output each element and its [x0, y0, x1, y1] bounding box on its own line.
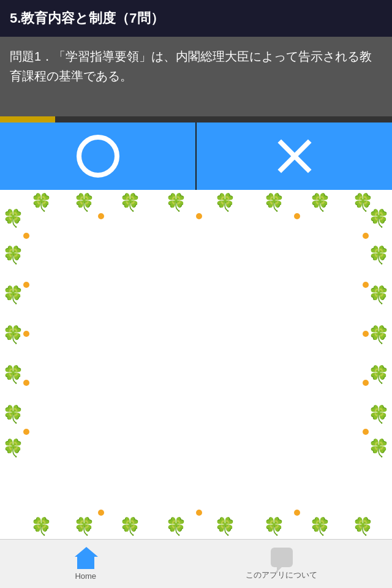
clover-bottom: 🍀 — [165, 516, 187, 537]
dot-left — [23, 380, 29, 386]
clover-right: 🍀 — [368, 325, 390, 345]
dot-right — [363, 429, 369, 435]
footer: Home このアプリについて — [0, 539, 392, 588]
clover-left: 🍀 — [2, 245, 24, 265]
clover-top: 🍀 — [309, 192, 331, 213]
clover-top: 🍀 — [263, 192, 285, 213]
home-nav[interactable]: Home — [75, 547, 97, 581]
dot-left — [23, 331, 29, 337]
clover-bottom: 🍀 — [352, 516, 374, 537]
dot-right — [363, 331, 369, 337]
wrong-button[interactable] — [197, 123, 392, 190]
clover-top: 🍀 — [352, 192, 374, 213]
dot-top — [98, 213, 104, 219]
dot-top — [196, 213, 202, 219]
progress-bar-fill — [0, 116, 55, 123]
clover-top: 🍀 — [165, 192, 187, 213]
clover-top: 🍀 — [31, 192, 52, 213]
clover-bottom: 🍀 — [263, 516, 285, 537]
dot-right — [363, 233, 369, 239]
dot-left — [23, 282, 29, 288]
main-content: 🍀🍀🍀🍀🍀🍀🍀🍀🍀🍀🍀🍀🍀🍀🍀🍀🍀🍀🍀🍀🍀🍀🍀🍀🍀🍀🍀🍀🍀🍀 — [0, 190, 392, 539]
dot-left — [23, 429, 29, 435]
clover-right: 🍀 — [368, 245, 390, 265]
clover-left: 🍀 — [2, 325, 24, 345]
answer-buttons — [0, 123, 392, 190]
question-area: 問題1．「学習指導要領」は、内閣総理大臣によって告示される教育課程の基準である。 — [0, 37, 392, 116]
correct-button[interactable] — [0, 123, 197, 190]
about-nav[interactable]: このアプリについて — [246, 548, 317, 581]
home-label: Home — [75, 571, 96, 581]
clover-bottom: 🍀 — [74, 516, 95, 537]
clover-right: 🍀 — [368, 404, 390, 424]
clover-left: 🍀 — [2, 364, 24, 385]
clover-bottom: 🍀 — [31, 516, 52, 537]
clover-top: 🍀 — [74, 192, 95, 213]
clover-left: 🍀 — [2, 285, 24, 305]
clover-bottom: 🍀 — [214, 516, 236, 537]
clover-left: 🍀 — [2, 404, 24, 424]
circle-icon — [77, 135, 119, 178]
clover-left: 🍀 — [2, 208, 24, 228]
header-title: 5.教育内容と制度（7問） — [10, 9, 164, 28]
clover-right: 🍀 — [368, 438, 390, 458]
clover-bottom: 🍀 — [119, 516, 141, 537]
dot-bottom — [294, 510, 300, 516]
dot-top — [294, 213, 300, 219]
home-icon — [75, 547, 97, 569]
dot-left — [23, 233, 29, 239]
clover-left: 🍀 — [2, 438, 24, 458]
dot-bottom — [98, 510, 104, 516]
progress-bar — [0, 116, 392, 123]
clover-bottom: 🍀 — [309, 516, 331, 537]
chat-icon — [271, 548, 293, 567]
dot-bottom — [196, 510, 202, 516]
dot-right — [363, 380, 369, 386]
clover-right: 🍀 — [368, 364, 390, 385]
cross-icon — [273, 135, 316, 178]
clover-top: 🍀 — [214, 192, 236, 213]
clover-top: 🍀 — [119, 192, 141, 213]
dot-right — [363, 282, 369, 288]
clover-right: 🍀 — [368, 285, 390, 305]
question-text: 問題1．「学習指導要領」は、内閣総理大臣によって告示される教育課程の基準である。 — [10, 47, 382, 86]
header: 5.教育内容と制度（7問） — [0, 0, 392, 37]
